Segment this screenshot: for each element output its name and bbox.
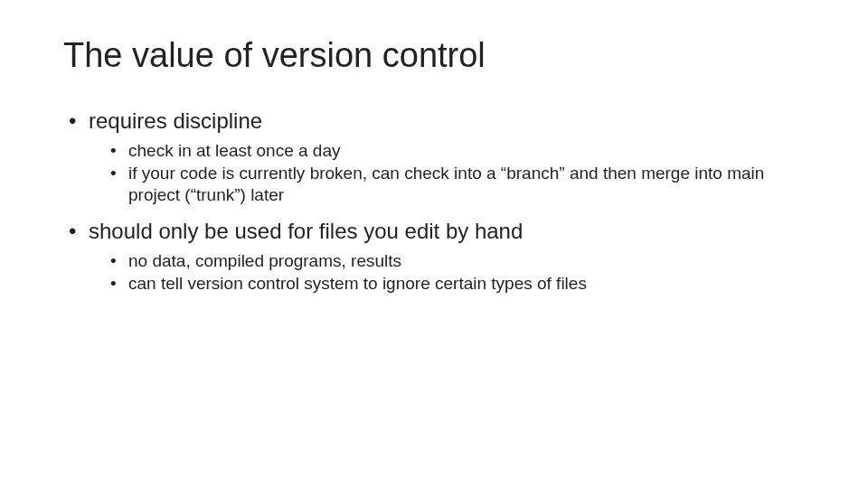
- list-item-text: requires discipline: [89, 108, 262, 133]
- sub-list-item: if your code is currently broken, can ch…: [110, 163, 805, 207]
- sub-list-item: check in at least once a day: [110, 140, 805, 163]
- sub-list-item: can tell version control system to ignor…: [110, 273, 805, 296]
- list-item: should only be used for files you edit b…: [69, 218, 805, 295]
- list-item-text: should only be used for files you edit b…: [89, 219, 523, 243]
- sub-list-item: no data, compiled programs, results: [110, 250, 805, 273]
- sub-list: check in at least once a day if your cod…: [89, 140, 805, 207]
- sub-list: no data, compiled programs, results can …: [89, 250, 805, 295]
- slide-title: The value of version control: [63, 36, 805, 75]
- list-item: requires discipline check in at least on…: [69, 108, 805, 207]
- bullet-list: requires discipline check in at least on…: [63, 108, 805, 295]
